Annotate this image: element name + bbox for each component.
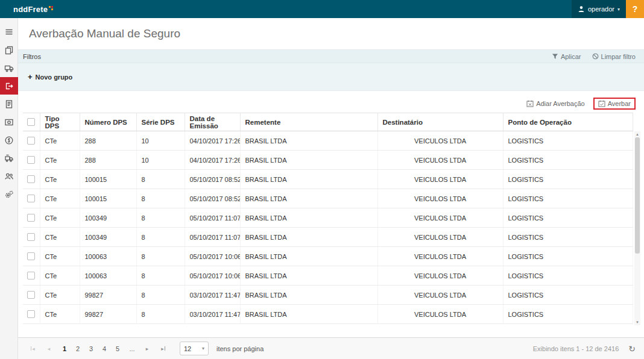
refresh-button[interactable]: ↻ [628, 344, 636, 354]
column-header[interactable]: Destinatário [377, 113, 503, 131]
previous-page-button[interactable]: ◂ [42, 342, 56, 355]
menu-icon[interactable] [0, 23, 18, 40]
table-row: CTe100349805/10/2017 11:07BRASIL LTDAVEI… [23, 208, 633, 228]
cell-remetente: BRASIL LTDA [240, 286, 377, 305]
row-checkbox[interactable] [27, 156, 35, 164]
cell-destinatario: VEICULOS LTDA [377, 208, 503, 228]
page-button-3[interactable]: 3 [84, 342, 98, 355]
cell-serie: 8 [136, 208, 185, 228]
checkbox-cell [23, 208, 40, 228]
cell-remetente: BRASIL LTDA [240, 208, 377, 228]
column-header[interactable]: Tipo DPS [40, 113, 80, 131]
cell-tipo: CTe [40, 247, 80, 266]
row-checkbox[interactable] [27, 214, 35, 222]
settings-icon[interactable] [0, 186, 18, 203]
fleet-icon[interactable] [0, 149, 18, 167]
cell-emissao: 05/10/2017 08:52 [185, 189, 240, 208]
table-row: CTe100015805/10/2017 08:52BRASIL LTDAVEI… [23, 189, 633, 208]
cell-ponto: LOGISTICS [503, 305, 633, 324]
clear-filter-button[interactable]: Limpar filtro [592, 53, 636, 60]
cell-serie: 8 [136, 247, 185, 266]
brand-mark-icon [49, 6, 53, 10]
cell-destinatario: VEICULOS LTDA [377, 286, 503, 305]
report-icon[interactable] [0, 95, 18, 113]
plus-icon: + [28, 73, 33, 81]
cell-numero: 100015 [80, 170, 136, 189]
more-pages-button[interactable]: ... [126, 345, 138, 352]
table-row: CTe100063805/10/2017 10:06BRASIL LTDAVEI… [23, 266, 633, 286]
cell-tipo: CTe [40, 189, 80, 208]
column-header[interactable]: Série DPS [136, 113, 185, 131]
users-icon[interactable] [0, 167, 18, 185]
cell-serie: 8 [136, 266, 185, 286]
table-row: CTe2881004/10/2017 17:26BRASIL LTDAVEICU… [23, 151, 633, 170]
row-checkbox[interactable] [27, 195, 35, 202]
endorsement-icon[interactable] [0, 77, 18, 95]
page-size-select[interactable]: 12 ▾ [180, 342, 209, 355]
row-checkbox[interactable] [27, 291, 35, 299]
cell-numero: 100063 [80, 266, 136, 286]
cell-ponto: LOGISTICS [503, 208, 633, 228]
chevron-down-icon: ▾ [617, 7, 620, 12]
vertical-scrollbar[interactable]: ▲ ▼ [634, 131, 640, 325]
column-header[interactable]: Data de Emissão [185, 113, 240, 131]
scroll-down-icon[interactable]: ▼ [634, 319, 640, 325]
row-checkbox[interactable] [27, 233, 35, 241]
page-button-2[interactable]: 2 [71, 342, 84, 355]
cell-remetente: BRASIL LTDA [240, 189, 377, 208]
last-page-button[interactable]: ▸ [156, 342, 171, 355]
page-button-4[interactable]: 4 [98, 342, 111, 355]
cell-serie: 8 [136, 189, 185, 208]
first-page-button[interactable]: ◂ [25, 342, 40, 355]
new-group-button[interactable]: + Novo grupo [28, 73, 72, 81]
column-header[interactable]: Número DPS [80, 113, 136, 131]
row-checkbox[interactable] [27, 310, 35, 318]
row-checkbox[interactable] [27, 137, 35, 145]
cell-emissao: 05/10/2017 10:06 [185, 266, 240, 286]
cell-serie: 8 [136, 170, 185, 189]
topbar: nddFrete operador ▾ ? [0, 0, 644, 18]
page-button-5[interactable]: 5 [111, 342, 124, 355]
cell-remetente: BRASIL LTDA [240, 151, 377, 170]
cell-emissao: 03/10/2017 11:47 [185, 286, 240, 305]
items-summary: Exibindo itens 1 - 12 de 2416 [533, 345, 619, 352]
table-row: CTe99827803/10/2017 11:47BRASIL LTDAVEIC… [23, 305, 633, 324]
user-menu-button[interactable]: operador ▾ [572, 0, 626, 18]
help-button[interactable]: ? [626, 0, 644, 18]
page-button-1[interactable]: 1 [58, 342, 71, 355]
postpone-endorsement-button[interactable]: Adiar Averbação [526, 100, 585, 107]
cell-numero: 100349 [80, 228, 136, 247]
select-all-checkbox[interactable] [27, 118, 35, 126]
scrollbar-thumb[interactable] [635, 137, 640, 254]
table-row: CTe100349805/10/2017 11:07BRASIL LTDAVEI… [23, 228, 633, 247]
checkbox-cell [23, 286, 40, 305]
cell-serie: 10 [136, 131, 185, 151]
checkbox-cell [23, 305, 40, 324]
cell-numero: 288 [80, 131, 136, 151]
column-header[interactable]: Ponto de Operação [503, 113, 633, 131]
row-checkbox[interactable] [27, 175, 35, 183]
cell-ponto: LOGISTICS [503, 247, 633, 266]
billing-icon[interactable] [0, 131, 18, 149]
cell-ponto: LOGISTICS [503, 189, 633, 208]
cell-emissao: 05/10/2017 11:07 [185, 208, 240, 228]
scroll-up-icon[interactable]: ▲ [634, 131, 640, 137]
averbar-button[interactable]: Averbar [593, 98, 636, 110]
cell-tipo: CTe [40, 266, 80, 286]
cell-destinatario: VEICULOS LTDA [377, 266, 503, 286]
monitor-icon[interactable] [0, 113, 18, 131]
next-page-button[interactable]: ▸ [140, 342, 154, 355]
cell-remetente: BRASIL LTDA [240, 170, 377, 189]
cell-remetente: BRASIL LTDA [240, 131, 377, 151]
column-header[interactable]: Remetente [240, 113, 377, 131]
row-checkbox[interactable] [27, 272, 35, 279]
cell-destinatario: VEICULOS LTDA [377, 247, 503, 266]
truck-icon[interactable] [0, 59, 18, 76]
page-size-label: itens por página [216, 345, 264, 352]
cell-numero: 288 [80, 151, 136, 170]
apply-filter-button[interactable]: Aplicar [552, 53, 581, 60]
table-row: CTe100015805/10/2017 08:52BRASIL LTDAVEI… [23, 170, 633, 189]
cell-tipo: CTe [40, 170, 80, 189]
documents-icon[interactable] [0, 41, 18, 58]
row-checkbox[interactable] [27, 252, 35, 260]
